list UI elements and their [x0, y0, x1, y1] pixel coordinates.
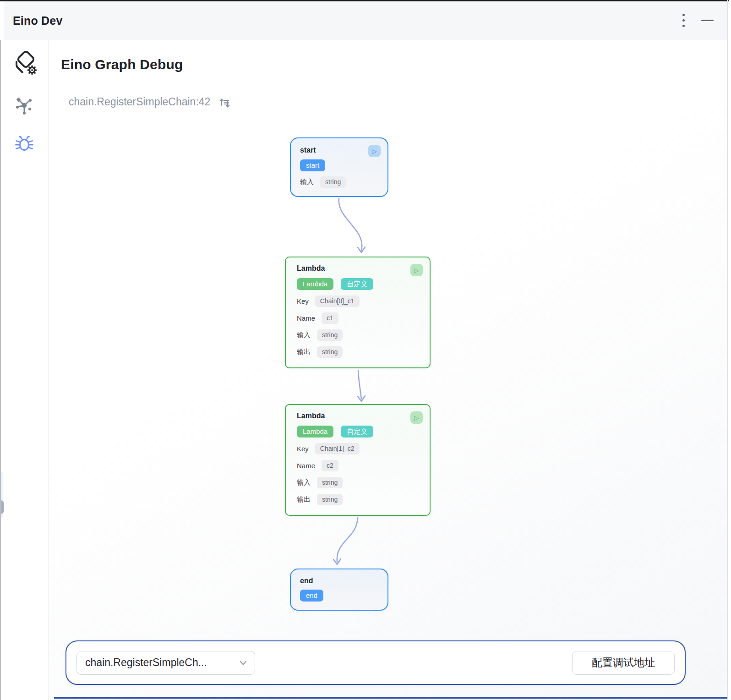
- node-type-badge: Lambda: [297, 278, 333, 290]
- node-row: 输入 string: [300, 176, 378, 188]
- row-value-tag: c2: [322, 460, 338, 471]
- node-lambda-2[interactable]: Lambda Lambda 自定义 Key Chain[1]_c2 Name c…: [285, 404, 431, 516]
- node-type-badge: start: [300, 159, 325, 171]
- titlebar: Eino Dev: [4, 1, 727, 40]
- node-title: Lambda: [297, 264, 419, 273]
- row-label: 输出: [297, 348, 311, 356]
- row-label: Key: [297, 297, 309, 305]
- kebab-menu-icon[interactable]: [676, 10, 690, 30]
- trace-label: chain.RegisterSimpleChain:42: [69, 96, 210, 108]
- row-value-tag: Chain[0]_c1: [315, 295, 360, 307]
- row-label: 输出: [297, 495, 311, 504]
- row-value-tag: string: [320, 176, 346, 188]
- row-label: Name: [297, 462, 315, 470]
- row-value-tag: string: [317, 346, 343, 358]
- minimize-button[interactable]: [698, 11, 717, 29]
- window-left-border: [0, 40, 1, 700]
- node-title: Lambda: [297, 412, 419, 420]
- node-type-badge: end: [300, 590, 323, 602]
- row-value-tag: string: [317, 329, 343, 341]
- node-row: Name c2: [297, 460, 419, 471]
- sidebar-item-debug[interactable]: [15, 134, 34, 153]
- node-start[interactable]: start start 输入 string: [290, 137, 388, 197]
- node-title: start: [300, 146, 378, 154]
- node-row: Key Chain[1]_c2: [297, 443, 419, 454]
- row-label: 输入: [297, 331, 311, 339]
- node-title: end: [300, 577, 378, 585]
- trace-selector-value: chain.RegisterSimpleCh...: [85, 656, 207, 669]
- node-row: 输入 string: [297, 329, 419, 341]
- node-row: 输入 string: [297, 477, 419, 488]
- row-value-tag: Chain[1]_c2: [315, 443, 360, 454]
- node-custom-badge: 自定义: [341, 426, 373, 438]
- node-custom-badge: 自定义: [341, 278, 373, 290]
- row-label: Key: [297, 445, 309, 453]
- row-label: 输入: [297, 478, 311, 487]
- row-value-tag: string: [317, 494, 343, 505]
- row-label: Name: [297, 314, 315, 322]
- row-value-tag: c1: [322, 312, 338, 324]
- play-button[interactable]: [368, 145, 381, 157]
- node-end[interactable]: end end: [290, 569, 388, 611]
- node-row: Key Chain[0]_c1: [297, 295, 419, 307]
- node-row: Name c1: [297, 312, 419, 324]
- chevron-down-icon: [239, 660, 247, 666]
- app-window: Eino Dev Eino Graph Debug: [0, 0, 731, 700]
- sort-icon[interactable]: [219, 97, 231, 109]
- play-button[interactable]: [410, 411, 423, 424]
- lower-panel-top-border: [54, 697, 727, 699]
- play-button[interactable]: [410, 264, 423, 276]
- trace-selector[interactable]: chain.RegisterSimpleCh...: [76, 651, 255, 675]
- row-value-tag: string: [317, 477, 343, 488]
- eino-logo-icon: [13, 50, 39, 78]
- row-label: 输入: [300, 178, 314, 186]
- node-type-badge: Lambda: [297, 426, 333, 438]
- app-title: Eino Dev: [13, 14, 63, 27]
- footer-bar: chain.RegisterSimpleCh... 配置调试地址: [65, 640, 686, 685]
- node-lambda-1[interactable]: Lambda Lambda 自定义 Key Chain[0]_c1 Name c…: [285, 257, 431, 368]
- configure-debug-address-button[interactable]: 配置调试地址: [572, 651, 675, 675]
- page-title: Eino Graph Debug: [61, 57, 183, 72]
- node-row: 输出 string: [297, 494, 419, 505]
- window-right-border: [727, 0, 728, 700]
- node-row: 输出 string: [297, 346, 419, 358]
- sidebar-item-graph[interactable]: [14, 95, 34, 117]
